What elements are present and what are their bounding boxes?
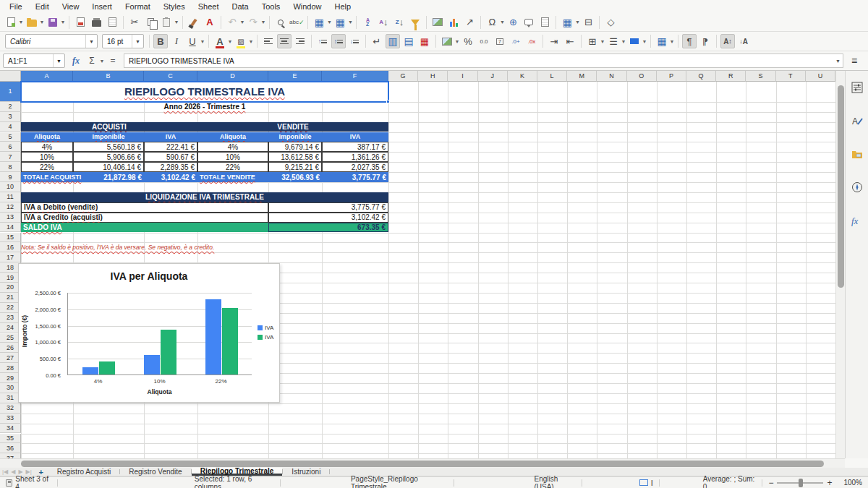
row-header-11[interactable]: 11 (0, 192, 21, 202)
vertical-scrollbar[interactable] (835, 71, 845, 458)
row-header-14[interactable]: 14 (0, 223, 21, 233)
underline-dropdown[interactable]: ▼ (200, 34, 205, 48)
cell[interactable]: 387.17 € (322, 142, 388, 152)
align-right-button[interactable] (293, 34, 307, 48)
decrease-indent-icon[interactable]: ⇤ (563, 34, 577, 48)
merge-center-cells-icon[interactable]: ▥ (386, 34, 400, 48)
sort-icon[interactable]: AZ (360, 15, 375, 30)
cell[interactable]: 2,289.35 € (144, 162, 197, 172)
border-style-icon[interactable]: ☰ (606, 34, 621, 48)
text-direction-ltr-icon[interactable]: ¶ (682, 34, 697, 48)
column-header-J[interactable]: J (478, 71, 508, 82)
cell[interactable]: 4% (197, 142, 268, 152)
cell-totale-vendite-label[interactable]: TOTALE VENDITE (197, 172, 268, 182)
menu-help[interactable]: Help (328, 1, 358, 12)
zoom-in-icon[interactable]: + (827, 478, 832, 488)
cell-liquidazione-header[interactable]: LIQUIDAZIONE IVA TRIMESTRALE (21, 192, 388, 202)
freeze-panes-icon[interactable]: ▦ (560, 15, 574, 30)
cell-totale-acquisti-iva[interactable]: 3,102.42 € (144, 172, 197, 182)
zoom-out-icon[interactable]: − (768, 478, 773, 488)
cell[interactable]: 4% (21, 142, 73, 152)
menu-format[interactable]: Format (119, 1, 157, 12)
column-header-R[interactable]: R (716, 71, 746, 82)
selection-fill-handle[interactable] (386, 100, 390, 103)
sheet-tab-registro-vendite[interactable]: Registro Vendite (120, 468, 190, 476)
cell-iva-debito-value[interactable]: 3,775.77 € (268, 202, 388, 213)
border-color-icon[interactable] (627, 34, 642, 48)
cell-totale-acquisti-imponibile[interactable]: 21,872.98 € (73, 172, 144, 182)
insert-row-dropdown[interactable]: ▼ (326, 15, 332, 30)
merge-cells-icon[interactable]: ▤ (401, 34, 416, 48)
unmerge-cells-icon[interactable]: ▦ (417, 34, 432, 48)
page-style-status[interactable]: PageStyle_Riepilogo Trimestrale (345, 477, 454, 488)
sum-status[interactable]: Average: ; Sum: 0 (697, 477, 762, 488)
cell-saldo-label[interactable]: SALDO IVA (21, 223, 144, 233)
column-header-N[interactable]: N (597, 71, 626, 82)
freeze-panes-dropdown[interactable]: ▼ (574, 15, 580, 30)
column-header-A[interactable]: A (21, 71, 73, 82)
find-replace-icon[interactable] (273, 15, 288, 30)
sort-lists-icon[interactable]: ↓A (736, 34, 751, 48)
paste-icon[interactable] (159, 15, 174, 30)
column-header-T[interactable]: T (776, 71, 806, 82)
row-header-16[interactable]: 16 (0, 242, 21, 252)
cell[interactable]: 10,406.14 € (73, 162, 144, 172)
column-header-G[interactable]: G (388, 71, 418, 82)
new-document-icon[interactable] (4, 15, 18, 30)
format-currency-dropdown[interactable]: ▼ (454, 34, 460, 48)
column-header-F[interactable]: F (322, 71, 388, 82)
row-header-3[interactable]: 3 (0, 112, 21, 122)
row-header-34[interactable]: 34 (0, 424, 21, 434)
menu-view[interactable]: View (56, 1, 86, 12)
column-header-O[interactable]: O (627, 71, 657, 82)
save-icon[interactable] (46, 15, 60, 30)
wrap-text-icon[interactable]: ↵ (370, 34, 384, 48)
column-header-D[interactable]: D (197, 71, 268, 82)
sum-dropdown[interactable]: ▼ (99, 53, 105, 68)
formula-icon[interactable]: = (106, 53, 120, 68)
cell-header[interactable]: Aliquota (197, 132, 268, 142)
column-header-U[interactable]: U (806, 71, 835, 82)
sidebar-menu-icon[interactable]: ≡ (843, 55, 865, 67)
column-header-C[interactable]: C (144, 71, 197, 82)
conditional-formatting-icon[interactable]: ▦ (655, 34, 669, 48)
cut-icon[interactable]: ✂ (127, 15, 142, 30)
insert-image-icon[interactable] (430, 15, 445, 30)
cell-note[interactable]: Nota: Se il saldo è positivo, l'IVA è da… (21, 242, 388, 252)
font-size-combo[interactable]: 16 pt▼ (102, 34, 144, 48)
navigator-panel-icon[interactable] (849, 179, 865, 195)
export-pdf-icon[interactable] (73, 15, 88, 30)
column-header-H[interactable]: H (418, 71, 448, 82)
border-style-dropdown[interactable]: ▼ (621, 34, 626, 48)
menu-data[interactable]: Data (225, 1, 255, 12)
cell-header[interactable]: IVA (322, 132, 388, 142)
sheet-tab-registro-acquisti[interactable]: Registro Acquisti (48, 468, 119, 476)
menu-tools[interactable]: Tools (255, 1, 287, 12)
column-header-B[interactable]: B (73, 71, 144, 82)
paste-dropdown[interactable]: ▼ (174, 15, 179, 30)
redo-icon[interactable]: ↷ (246, 15, 260, 30)
zoom-slider-thumb[interactable] (799, 479, 803, 487)
row-header-37[interactable]: 37 (0, 453, 21, 458)
zoom-slider[interactable] (777, 482, 823, 484)
styles-panel-icon[interactable]: A (849, 113, 865, 129)
vertical-scrollbar-thumb[interactable] (838, 85, 844, 288)
cell[interactable]: 5,560.18 € (73, 142, 144, 152)
sort-descending-icon[interactable]: Z↓ (392, 15, 407, 30)
split-window-icon[interactable]: ⊟ (581, 15, 595, 30)
language-status[interactable]: English (USA) (528, 477, 582, 488)
name-box[interactable]: A1:F1▼ (3, 53, 65, 68)
row-header-17[interactable]: 17 (0, 252, 21, 262)
cell-header[interactable]: Aliquota (21, 132, 73, 142)
insert-comment-icon[interactable] (522, 15, 536, 30)
cell-totale-acquisti-label[interactable]: TOTALE ACQUISTI (21, 172, 73, 182)
function-wizard-icon[interactable]: fx (69, 53, 83, 68)
cell-iva-credito-label[interactable]: IVA a Credito (acquisti) (21, 213, 268, 223)
format-number-icon[interactable]: 0.0 (477, 34, 491, 48)
row-header-9[interactable]: 9 (0, 172, 21, 182)
row-header-13[interactable]: 13 (0, 213, 21, 223)
column-header-P[interactable]: P (657, 71, 686, 82)
row-header-8[interactable]: 8 (0, 162, 21, 172)
horizontal-scrollbar-thumb[interactable] (21, 461, 824, 467)
sum-icon[interactable]: Σ (85, 53, 99, 68)
